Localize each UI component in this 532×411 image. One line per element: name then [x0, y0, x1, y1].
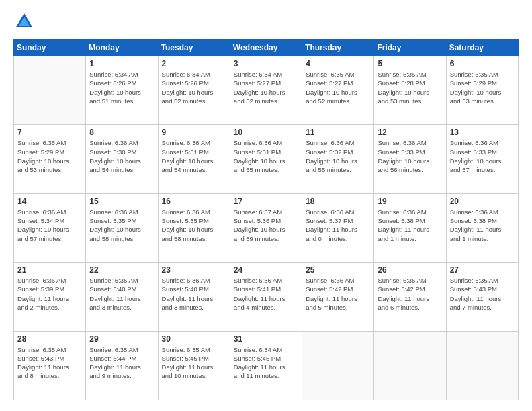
- day-number: 11: [306, 128, 370, 137]
- day-number: 28: [17, 334, 82, 344]
- day-info: Sunrise: 6:34 AM Sunset: 5:27 PM Dayligh…: [234, 70, 298, 105]
- day-info: Sunrise: 6:36 AM Sunset: 5:32 PM Dayligh…: [306, 138, 370, 174]
- calendar-cell: 31Sunrise: 6:34 AM Sunset: 5:45 PM Dayli…: [230, 331, 302, 400]
- day-number: 2: [162, 59, 226, 68]
- day-info: Sunrise: 6:34 AM Sunset: 5:45 PM Dayligh…: [234, 345, 298, 381]
- day-number: 14: [17, 197, 82, 206]
- header-cell-saturday: Saturday: [446, 40, 518, 56]
- calendar-cell: 29Sunrise: 6:35 AM Sunset: 5:44 PM Dayli…: [86, 331, 158, 400]
- calendar-cell: [374, 331, 446, 400]
- header-cell-thursday: Thursday: [302, 40, 374, 56]
- week-row-3: 14Sunrise: 6:36 AM Sunset: 5:34 PM Dayli…: [14, 193, 519, 262]
- header-cell-wednesday: Wednesday: [230, 40, 302, 56]
- calendar-cell: 1Sunrise: 6:34 AM Sunset: 5:26 PM Daylig…: [86, 56, 158, 125]
- day-number: 6: [450, 59, 515, 68]
- day-info: Sunrise: 6:36 AM Sunset: 5:38 PM Dayligh…: [378, 208, 442, 243]
- page: SundayMondayTuesdayWednesdayThursdayFrid…: [0, 0, 532, 411]
- day-number: 21: [17, 265, 82, 275]
- day-number: 24: [234, 265, 298, 275]
- calendar-cell: 17Sunrise: 6:37 AM Sunset: 5:36 PM Dayli…: [230, 193, 302, 262]
- day-number: 13: [450, 128, 515, 137]
- day-info: Sunrise: 6:35 AM Sunset: 5:29 PM Dayligh…: [17, 138, 82, 174]
- calendar-cell: [14, 56, 86, 125]
- calendar-cell: 3Sunrise: 6:34 AM Sunset: 5:27 PM Daylig…: [230, 56, 302, 125]
- calendar-cell: 16Sunrise: 6:36 AM Sunset: 5:35 PM Dayli…: [158, 193, 230, 262]
- day-number: 23: [162, 265, 226, 275]
- day-number: 29: [89, 334, 154, 344]
- day-info: Sunrise: 6:34 AM Sunset: 5:26 PM Dayligh…: [89, 70, 154, 105]
- calendar-cell: 24Sunrise: 6:36 AM Sunset: 5:41 PM Dayli…: [230, 263, 302, 331]
- day-info: Sunrise: 6:34 AM Sunset: 5:26 PM Dayligh…: [162, 70, 226, 105]
- calendar-cell: 6Sunrise: 6:35 AM Sunset: 5:29 PM Daylig…: [446, 56, 518, 125]
- calendar-cell: 28Sunrise: 6:35 AM Sunset: 5:43 PM Dayli…: [14, 331, 86, 400]
- logo: [13, 11, 38, 32]
- day-info: Sunrise: 6:35 AM Sunset: 5:45 PM Dayligh…: [162, 345, 226, 381]
- calendar-cell: [302, 331, 374, 400]
- calendar-cell: [446, 331, 518, 400]
- day-info: Sunrise: 6:37 AM Sunset: 5:36 PM Dayligh…: [234, 208, 298, 243]
- calendar-cell: 22Sunrise: 6:36 AM Sunset: 5:40 PM Dayli…: [86, 263, 158, 331]
- day-number: 15: [89, 197, 154, 206]
- week-row-2: 7Sunrise: 6:35 AM Sunset: 5:29 PM Daylig…: [14, 125, 519, 193]
- calendar-cell: 9Sunrise: 6:36 AM Sunset: 5:31 PM Daylig…: [158, 125, 230, 193]
- day-info: Sunrise: 6:36 AM Sunset: 5:38 PM Dayligh…: [450, 208, 515, 243]
- day-info: Sunrise: 6:36 AM Sunset: 5:40 PM Dayligh…: [89, 276, 154, 312]
- day-info: Sunrise: 6:36 AM Sunset: 5:35 PM Dayligh…: [89, 208, 154, 243]
- day-info: Sunrise: 6:35 AM Sunset: 5:27 PM Dayligh…: [306, 70, 370, 105]
- header-cell-friday: Friday: [374, 40, 446, 56]
- day-info: Sunrise: 6:36 AM Sunset: 5:37 PM Dayligh…: [306, 208, 370, 243]
- day-info: Sunrise: 6:35 AM Sunset: 5:43 PM Dayligh…: [450, 276, 515, 312]
- day-number: 16: [162, 197, 226, 206]
- calendar-cell: 13Sunrise: 6:36 AM Sunset: 5:33 PM Dayli…: [446, 125, 518, 193]
- calendar-cell: 19Sunrise: 6:36 AM Sunset: 5:38 PM Dayli…: [374, 193, 446, 262]
- day-number: 25: [306, 265, 370, 275]
- calendar-cell: 7Sunrise: 6:35 AM Sunset: 5:29 PM Daylig…: [14, 125, 86, 193]
- day-info: Sunrise: 6:36 AM Sunset: 5:34 PM Dayligh…: [17, 208, 82, 243]
- day-number: 4: [306, 59, 370, 68]
- day-info: Sunrise: 6:35 AM Sunset: 5:29 PM Dayligh…: [450, 70, 515, 105]
- day-info: Sunrise: 6:36 AM Sunset: 5:41 PM Dayligh…: [234, 276, 298, 312]
- day-number: 31: [234, 334, 298, 344]
- day-number: 30: [162, 334, 226, 344]
- calendar-cell: 25Sunrise: 6:36 AM Sunset: 5:42 PM Dayli…: [302, 263, 374, 331]
- day-info: Sunrise: 6:35 AM Sunset: 5:44 PM Dayligh…: [89, 345, 154, 381]
- day-number: 27: [450, 265, 515, 275]
- header-cell-sunday: Sunday: [14, 40, 86, 56]
- calendar-cell: 12Sunrise: 6:36 AM Sunset: 5:33 PM Dayli…: [374, 125, 446, 193]
- day-number: 3: [234, 59, 298, 68]
- calendar-cell: 23Sunrise: 6:36 AM Sunset: 5:40 PM Dayli…: [158, 263, 230, 331]
- calendar-cell: 14Sunrise: 6:36 AM Sunset: 5:34 PM Dayli…: [14, 193, 86, 262]
- header-cell-monday: Monday: [86, 40, 158, 56]
- header: [13, 11, 519, 32]
- day-info: Sunrise: 6:36 AM Sunset: 5:30 PM Dayligh…: [89, 138, 154, 174]
- week-row-1: 1Sunrise: 6:34 AM Sunset: 5:26 PM Daylig…: [14, 56, 519, 125]
- day-info: Sunrise: 6:36 AM Sunset: 5:39 PM Dayligh…: [17, 276, 82, 312]
- day-info: Sunrise: 6:36 AM Sunset: 5:42 PM Dayligh…: [378, 276, 442, 312]
- header-cell-tuesday: Tuesday: [158, 40, 230, 56]
- calendar-cell: 15Sunrise: 6:36 AM Sunset: 5:35 PM Dayli…: [86, 193, 158, 262]
- calendar-cell: 21Sunrise: 6:36 AM Sunset: 5:39 PM Dayli…: [14, 263, 86, 331]
- day-info: Sunrise: 6:36 AM Sunset: 5:40 PM Dayligh…: [162, 276, 226, 312]
- calendar-cell: 2Sunrise: 6:34 AM Sunset: 5:26 PM Daylig…: [158, 56, 230, 125]
- day-number: 5: [378, 59, 442, 68]
- day-number: 17: [234, 197, 298, 206]
- calendar-cell: 8Sunrise: 6:36 AM Sunset: 5:30 PM Daylig…: [86, 125, 158, 193]
- day-info: Sunrise: 6:35 AM Sunset: 5:28 PM Dayligh…: [378, 70, 442, 105]
- day-number: 7: [17, 128, 82, 137]
- calendar-cell: 5Sunrise: 6:35 AM Sunset: 5:28 PM Daylig…: [374, 56, 446, 125]
- day-info: Sunrise: 6:36 AM Sunset: 5:31 PM Dayligh…: [162, 138, 226, 174]
- day-number: 18: [306, 197, 370, 206]
- day-info: Sunrise: 6:36 AM Sunset: 5:31 PM Dayligh…: [234, 138, 298, 174]
- header-row: SundayMondayTuesdayWednesdayThursdayFrid…: [14, 40, 519, 56]
- day-number: 20: [450, 197, 515, 206]
- calendar-cell: 4Sunrise: 6:35 AM Sunset: 5:27 PM Daylig…: [302, 56, 374, 125]
- calendar-cell: 11Sunrise: 6:36 AM Sunset: 5:32 PM Dayli…: [302, 125, 374, 193]
- logo-icon: [13, 11, 35, 32]
- day-info: Sunrise: 6:36 AM Sunset: 5:35 PM Dayligh…: [162, 208, 226, 243]
- calendar: SundayMondayTuesdayWednesdayThursdayFrid…: [13, 39, 519, 400]
- day-info: Sunrise: 6:36 AM Sunset: 5:33 PM Dayligh…: [378, 138, 442, 174]
- day-number: 22: [89, 265, 154, 275]
- day-number: 12: [378, 128, 442, 137]
- day-number: 1: [89, 59, 154, 68]
- calendar-cell: 18Sunrise: 6:36 AM Sunset: 5:37 PM Dayli…: [302, 193, 374, 262]
